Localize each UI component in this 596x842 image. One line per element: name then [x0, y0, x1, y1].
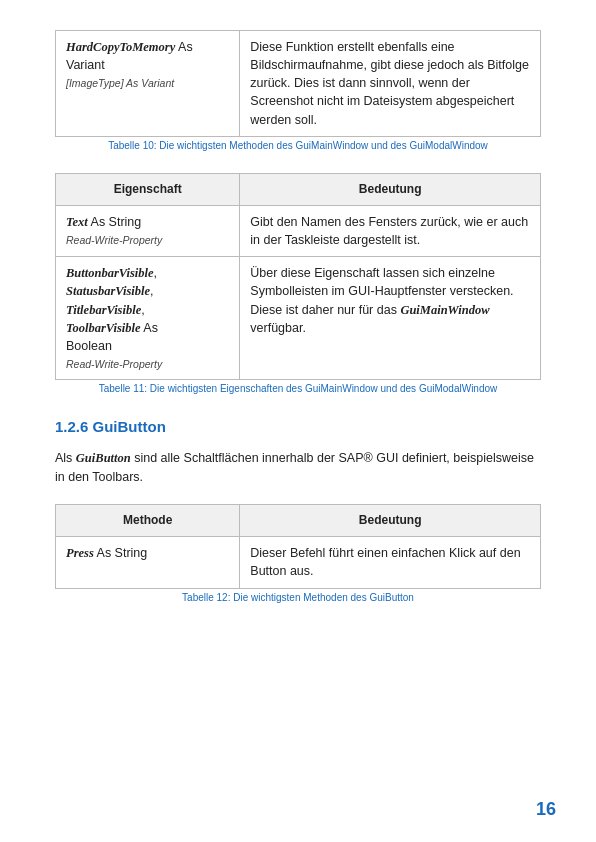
table11-container: Eigenschaft Bedeutung Text As String Rea… — [55, 173, 541, 394]
table-header-row: Eigenschaft Bedeutung — [56, 173, 541, 205]
table-cell-press-desc: Dieser Befehl führt einen einfachen Klic… — [240, 537, 541, 588]
table-row: ButtonbarVisible, StatusbarVisible, Titl… — [56, 257, 541, 380]
table10: HardCopyToMemory As Variant [ImageType] … — [55, 30, 541, 137]
cell-text: Diese Funktion erstellt ebenfalls eine B… — [250, 40, 529, 127]
table-cell-method: HardCopyToMemory As Variant [ImageType] … — [56, 31, 240, 137]
property-sub: Read-Write-Property — [66, 233, 229, 248]
col-header-bedeutung: Bedeutung — [240, 173, 541, 205]
table11: Eigenschaft Bedeutung Text As String Rea… — [55, 173, 541, 380]
cell-text: Gibt den Namen des Fensters zurück, wie … — [250, 215, 528, 247]
table-cell-property1: Text As String Read-Write-Property — [56, 206, 240, 257]
table12-caption: Tabelle 12: Die wichtigsten Methoden des… — [55, 592, 541, 603]
property-name2: StatusbarVisible — [66, 284, 150, 298]
cell-text: Dieser Befehl führt einen einfachen Klic… — [250, 546, 520, 578]
param-label: [ImageType] As Variant — [66, 76, 229, 91]
table-cell-press: Press As String — [56, 537, 240, 588]
table-row: Text As String Read-Write-Property Gibt … — [56, 206, 541, 257]
page-number: 16 — [536, 799, 556, 820]
table-cell-property2: ButtonbarVisible, StatusbarVisible, Titl… — [56, 257, 240, 380]
property-name4: ToolbarVisible — [66, 321, 141, 335]
col-header-bedeutung2: Bedeutung — [240, 504, 541, 536]
property-name: ButtonbarVisible — [66, 266, 154, 280]
table11-caption: Tabelle 11: Die wichtigsten Eigenschafte… — [55, 383, 541, 394]
guimainwindow-ref: GuiMainWindow — [400, 303, 489, 317]
table-cell-description: Diese Funktion erstellt ebenfalls eine B… — [240, 31, 541, 137]
method-press: Press — [66, 546, 94, 560]
table12-container: Methode Bedeutung Press As String Dieser… — [55, 504, 541, 603]
table10-caption: Tabelle 10: Die wichtigsten Methoden des… — [55, 140, 541, 151]
table-row: HardCopyToMemory As Variant [ImageType] … — [56, 31, 541, 137]
table12: Methode Bedeutung Press As String Dieser… — [55, 504, 541, 589]
table-header-row: Methode Bedeutung — [56, 504, 541, 536]
section-heading: 1.2.6 GuiButton — [55, 418, 541, 435]
property-name: Text — [66, 215, 88, 229]
guibutton-ref: GuiButton — [76, 451, 131, 465]
col-header-methode: Methode — [56, 504, 240, 536]
table10-container: HardCopyToMemory As Variant [ImageType] … — [55, 30, 541, 151]
property-name3: TitlebarVisible — [66, 303, 141, 317]
table-cell-desc2: Über diese Eigenschaft lassen sich einze… — [240, 257, 541, 380]
method-name: HardCopyToMemory — [66, 40, 175, 54]
table-cell-desc1: Gibt den Namen des Fensters zurück, wie … — [240, 206, 541, 257]
table-row: Press As String Dieser Befehl führt eine… — [56, 537, 541, 588]
section-paragraph: Als GuiButton sind alle Schaltflächen in… — [55, 449, 541, 488]
property-sub2: Read-Write-Property — [66, 357, 229, 372]
section126: 1.2.6 GuiButton Als GuiButton sind alle … — [55, 418, 541, 488]
col-header-eigenschaft: Eigenschaft — [56, 173, 240, 205]
